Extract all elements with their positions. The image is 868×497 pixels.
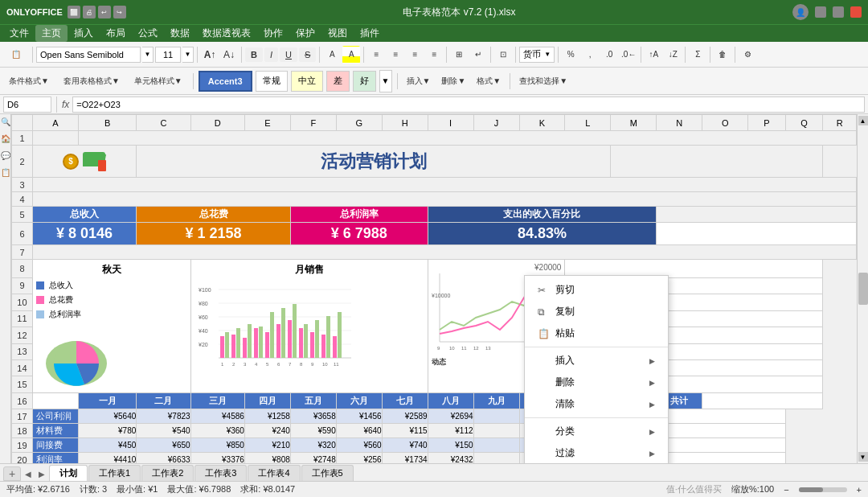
col-header-R[interactable]: R [823,115,857,131]
toolbar-icon-2[interactable]: 🖨 [83,6,96,18]
menu-pivot[interactable]: 数据透视表 [196,25,257,42]
style-neutral[interactable]: 中立 [291,71,323,92]
close-button[interactable] [850,6,862,18]
menu-formula[interactable]: 公式 [132,25,164,42]
zoom-in-button[interactable]: + [857,485,862,495]
insert-row-button[interactable]: 插入▼ [403,72,435,90]
col-header-G[interactable]: G [336,115,382,131]
underline-button[interactable]: U [280,47,297,62]
sidebar-nav-icon[interactable]: 📋 [1,168,10,177]
ctx-clear[interactable]: 清除 [525,393,668,415]
font-name-dropdown[interactable]: ▼ [142,47,154,63]
sidebar-search-icon[interactable]: 🔍 [1,117,10,126]
find-button[interactable]: 查找和选择▼ [515,72,571,90]
tab-navigate-right[interactable]: ▶ [35,466,48,481]
menu-home[interactable]: 主页 [35,25,68,42]
user-icon[interactable]: 👤 [792,4,809,20]
sort-asc-button[interactable]: ↑A [645,46,662,64]
col-header-L[interactable]: L [565,115,611,131]
increase-font-button[interactable]: A↑ [201,46,219,64]
vertical-scrollbar[interactable]: ▲ ▼ [857,114,868,463]
decimal-decrease-button[interactable]: .0← [620,46,637,64]
ctx-filter[interactable]: 过滤 [525,442,668,463]
italic-button[interactable]: I [264,47,278,62]
align-right-button[interactable]: ≡ [406,46,424,64]
align-left-button[interactable]: ≡ [367,46,385,64]
scroll-thumb[interactable] [858,273,868,305]
border-button[interactable]: ⊡ [494,46,512,64]
menu-insert[interactable]: 插入 [68,25,100,42]
col-header-P[interactable]: P [748,115,786,131]
tab-add-button[interactable]: + [3,466,21,481]
decrease-font-button[interactable]: A↓ [220,46,238,64]
sheet-tab-1[interactable]: 工作表1 [88,465,141,481]
delete-row-button[interactable]: 删除▼ [437,72,469,90]
style-good[interactable]: 好 [353,71,376,92]
col-header-K[interactable]: K [519,115,565,131]
sheet-tab-active[interactable]: 计划 [49,465,88,481]
align-center-button[interactable]: ≡ [387,46,404,64]
zoom-out-button[interactable]: − [784,485,788,495]
menu-data[interactable]: 数据 [164,25,196,42]
cell-style-button[interactable]: 单元格样式▼ [129,72,188,90]
font-name-input[interactable] [36,47,141,63]
ctx-delete[interactable]: 删除 [525,372,668,393]
scroll-down-button[interactable]: ▼ [858,452,868,462]
col-header-E[interactable]: E [244,115,290,131]
tab-navigate-left[interactable]: ◀ [22,466,35,481]
menu-collab[interactable]: 协作 [257,25,289,42]
col-header-M[interactable]: M [611,115,657,131]
align-justify-button[interactable]: ≡ [425,46,443,64]
paste-button[interactable]: 📋 [3,46,29,64]
format-table-button[interactable]: 套用表格格式▼ [58,72,125,90]
col-header-C[interactable]: C [137,115,190,131]
col-header-N[interactable]: N [657,115,702,131]
zoom-slider[interactable] [799,487,847,492]
wrap-button[interactable]: ↵ [469,46,487,64]
sidebar-home-icon[interactable]: 🏠 [1,134,10,143]
bg-color-button[interactable]: A [342,46,360,64]
ctx-sort[interactable]: 分类 [525,421,668,442]
font-color-button[interactable]: A [323,46,341,64]
menu-view[interactable]: 视图 [321,25,354,42]
col-header-I[interactable]: I [428,115,473,131]
context-menu[interactable]: ✂ 剪切 ⧉ 复制 📋 粘贴 插入 删除 [524,275,669,463]
bold-button[interactable]: B [245,47,263,62]
sheet-tab-3[interactable]: 工作表3 [194,465,247,481]
sheet-tab-2[interactable]: 工作表2 [141,465,194,481]
style-accent3[interactable]: Accent3 [199,71,252,92]
col-header-A[interactable]: A [32,115,78,131]
col-header-D[interactable]: D [190,115,244,131]
number-format-dropdown[interactable]: 货币▼ [519,47,555,63]
col-header-F[interactable]: F [290,115,336,131]
ctx-cut[interactable]: ✂ 剪切 [525,279,668,301]
scroll-up-button[interactable]: ▲ [858,116,868,125]
menu-protect[interactable]: 保护 [289,25,321,42]
minimize-button[interactable] [815,6,826,18]
sidebar-comment-icon[interactable]: 💬 [1,151,10,160]
style-bad[interactable]: 差 [326,71,350,92]
col-header-J[interactable]: J [473,115,519,131]
ctx-paste[interactable]: 📋 粘贴 [525,322,668,344]
col-header-B[interactable]: B [78,115,136,131]
toolbar-icon-1[interactable]: ⬜ [68,6,80,18]
toolbar-icon-4[interactable]: ↪ [113,6,126,18]
comma-button[interactable]: , [581,46,599,64]
ctx-insert[interactable]: 插入 [525,350,668,372]
cell-ref-input[interactable] [3,97,51,113]
sum-button[interactable]: Σ [689,46,706,64]
clear-button[interactable]: 🗑 [714,46,731,64]
col-header-O[interactable]: O [702,115,748,131]
style-more[interactable]: ▼ [379,70,392,92]
merge-button[interactable]: ⊞ [450,46,468,64]
format-button[interactable]: ⚙ [739,46,756,64]
ctx-copy[interactable]: ⧉ 复制 [525,301,668,322]
sort-desc-button[interactable]: ↓Z [664,46,682,64]
col-header-H[interactable]: H [382,115,428,131]
style-normal[interactable]: 常规 [256,71,288,92]
sheet-tab-4[interactable]: 工作表4 [248,465,300,481]
maximize-button[interactable] [833,6,844,18]
formula-input[interactable] [72,97,865,113]
cell-A1[interactable] [32,131,78,146]
format-cell-button[interactable]: 格式▼ [473,72,505,90]
